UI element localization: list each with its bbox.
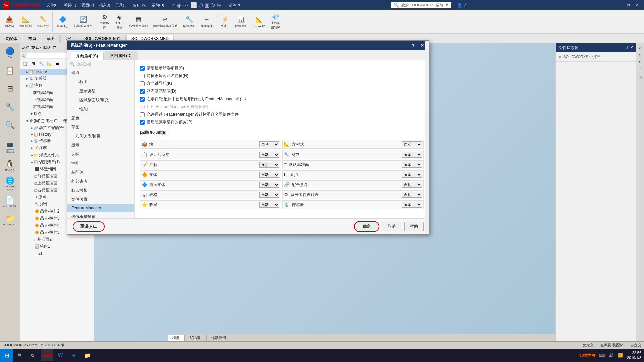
grid-item-select[interactable]: 自动自动显示隐藏 [402, 182, 422, 188]
left-icon-sw[interactable]: 🔵 SW [2, 44, 18, 61]
left-icon-inspect[interactable]: 🔍 [2, 117, 18, 133]
checkbox-item[interactable]: 在零件/装配体中使用透明弹出式 FeatureManager 树(U) [140, 95, 424, 103]
dialog-left-item[interactable]: 普通 [67, 68, 134, 77]
dialog-left-item[interactable]: FeatureManager [67, 204, 134, 212]
sidebar-btn-4[interactable]: ⋮ [637, 66, 644, 73]
checkbox-input[interactable] [140, 81, 145, 86]
cancel-button[interactable]: 取消 [382, 222, 401, 231]
checkbox-item[interactable]: 启用隐藏零部件的预览(P) [140, 118, 424, 126]
checkbox-input[interactable] [140, 120, 145, 125]
dialog-left-item[interactable]: 区域剖面线/填充 [67, 96, 134, 105]
grid-item-select[interactable]: 显示自动显示隐藏 [402, 172, 422, 178]
checkbox-input[interactable] [140, 112, 145, 117]
menu-edit[interactable]: 编辑(E) [64, 3, 76, 8]
menu-insert[interactable]: 插入(I) [99, 3, 110, 8]
left-icon-qq[interactable]: 🐧 腾讯QQ [2, 157, 18, 174]
dialog-left-item[interactable]: 选择 [67, 150, 134, 159]
grid-item-select[interactable]: 显示自动显示隐藏 [402, 152, 422, 158]
dialog-left-item[interactable]: 工程图 [67, 77, 134, 86]
dialog-tab-system[interactable]: 系统选项(S) [71, 52, 104, 60]
tab-layout[interactable]: 布局 [23, 35, 41, 43]
grid-item-select[interactable]: 显示自动显示隐藏 [259, 162, 279, 168]
tree-btn-4[interactable]: 📐 [46, 60, 53, 67]
restore-button[interactable]: ⧉ [625, 2, 633, 8]
menu-window[interactable]: 窗口(W) [133, 3, 147, 8]
sidebar-btn-2[interactable]: ⊖ [637, 52, 644, 58]
move-btn[interactable]: ↔ 移动实体 [199, 13, 215, 31]
close-button[interactable]: ✕ [633, 2, 641, 8]
model-tab-motion[interactable]: 运动算例1 [207, 335, 233, 341]
grid-item-select[interactable]: 显示自动显示隐藏 [402, 162, 422, 168]
tree-btn-1[interactable]: 📋 [21, 60, 29, 67]
left-icon-config[interactable]: 🔧 [2, 99, 18, 115]
grid-item-select[interactable]: 自动自动显示隐藏 [259, 202, 279, 208]
shade-btn[interactable]: 💎 上色草图轮廓 [269, 13, 282, 31]
collect-btn[interactable]: 📥 回收站 [3, 13, 16, 31]
grid-item-select[interactable]: 自动自动显示隐藏 [259, 192, 279, 198]
minimize-button[interactable]: — [616, 2, 624, 8]
sidebar-btn-5[interactable]: ⊞ [637, 74, 644, 80]
taskbar-taskview[interactable]: ⧉ [27, 349, 38, 362]
checkbox-item[interactable]: 方向键导航(K) [140, 80, 424, 87]
trim-btn[interactable]: ✂ 剪裁/删除几何关系 [151, 13, 180, 31]
checkbox-input[interactable] [140, 89, 145, 94]
checkbox-input[interactable] [140, 97, 145, 102]
dialog-scrollbar[interactable] [425, 60, 429, 218]
left-icon-file[interactable]: 📁 A2_recov... [2, 212, 18, 228]
dialog-left-item[interactable]: 文件位置 [67, 195, 134, 204]
quick-chart-btn[interactable]: 📊 快速草图 [233, 13, 249, 31]
menu-file[interactable]: 文件(F) [47, 3, 59, 8]
surface-offset-btn[interactable]: ◈ 曲面上偏移 [113, 13, 126, 31]
instant2d-btn[interactable]: 📐 Instant2D [251, 13, 268, 31]
right-panel-close[interactable]: ✕ [630, 45, 633, 51]
menu-tools[interactable]: 工具(T) [115, 3, 127, 8]
grid-item-select[interactable]: 自动自动显示隐藏 [402, 192, 422, 198]
left-icon-pc[interactable]: 💻 此电脑 [2, 139, 18, 156]
tab-sketch[interactable]: 草图 [42, 35, 60, 43]
checkbox-item[interactable]: 允许通过 FeatureManager 设计树重命名零部件文件 [140, 111, 424, 118]
tree-item[interactable]: ·点1 [20, 250, 94, 257]
dialog-close-btn[interactable]: ✕ [418, 42, 426, 49]
reset-button[interactable]: 重设(R)... [73, 221, 105, 232]
left-icon-property[interactable]: ⊞ [2, 80, 18, 97]
tree-btn-2[interactable]: ⊞ [30, 60, 37, 67]
right-panel-expand[interactable]: 《 [625, 45, 629, 51]
dialog-left-item[interactable]: 草图 [67, 123, 134, 132]
dialog-left-item[interactable]: 显示类型 [67, 86, 134, 96]
checkbox-item[interactable]: 动态高亮显示(D) [140, 87, 424, 95]
tree-item[interactable]: 🔄镜向1 [20, 243, 94, 250]
taskbar-app-edge[interactable]: e [68, 349, 80, 361]
model-tab-3d[interactable]: 3D视图 [185, 335, 207, 341]
dialog-left-item[interactable]: 颜色 [67, 114, 134, 123]
start-button[interactable]: ⊞ [0, 349, 13, 362]
dialog-left-item[interactable]: 装配体 [67, 168, 134, 177]
grid-item-select[interactable]: 自动自动显示隐藏 [259, 141, 279, 147]
dialog-left-item[interactable]: 几何关系/捕捉 [67, 132, 134, 141]
user-icon[interactable]: 👤 [457, 3, 462, 8]
help-icon[interactable]: ? [464, 3, 466, 8]
grid-item-select[interactable]: 自动自动显示隐藏 [259, 152, 279, 158]
assembly-btn[interactable]: ⚙ 装配体体 [98, 13, 111, 31]
repair-btn[interactable]: 🔧 修复草图 [181, 13, 197, 31]
checkbox-input[interactable] [140, 74, 145, 78]
dialog-left-item[interactable]: 性能 [67, 105, 134, 114]
linear-pattern-btn[interactable]: ▦ 线性草图阵列 [127, 13, 150, 31]
checkbox-item[interactable]: 特征创建时命名特征(N) [140, 72, 424, 80]
sidebar-btn-3[interactable]: ↻ [637, 59, 644, 66]
taskbar-app-explorer[interactable]: 📁 [81, 349, 93, 361]
dialog-help-btn[interactable]: ? [410, 42, 417, 49]
checkbox-item[interactable]: 滚动显示所选项目(S) [140, 64, 424, 72]
search-dropdown[interactable]: ▼ [445, 3, 449, 7]
grid-item-select[interactable]: 自动自动显示隐藏 [259, 182, 279, 188]
grid-item-select[interactable]: 显示自动显示隐藏 [402, 202, 422, 208]
menu-help[interactable]: 帮助(H) [152, 3, 164, 8]
tree-item[interactable]: □基准面2 [20, 236, 94, 243]
checkbox-input[interactable] [140, 66, 145, 71]
left-icon-edge[interactable]: 🌐 Microsoft Edge [2, 175, 18, 192]
menu-view[interactable]: 视图(V) [82, 3, 94, 8]
grid-item-select[interactable]: 自动自动显示隐藏 [259, 172, 279, 178]
taskbar-app-word[interactable]: W [54, 349, 66, 361]
checkbox-item[interactable]: 启用 FeatureManager 树过滤器(E) [140, 103, 424, 111]
confirm-button[interactable]: 确定 [354, 221, 379, 232]
left-icon-word[interactable]: 📄 小石课程录 [2, 193, 18, 210]
